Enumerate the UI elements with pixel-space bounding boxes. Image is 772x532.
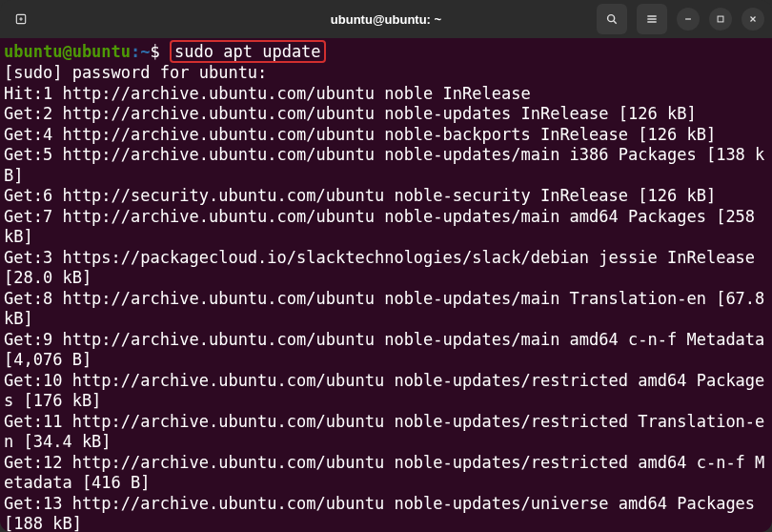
output-lines: [sudo] password for ubuntu: Hit:1 http:/…	[4, 63, 772, 532]
window-title: ubuntu@ubuntu: ~	[331, 12, 441, 27]
prompt-userhost: ubuntu@ubuntu	[4, 42, 131, 61]
command-highlight: sudo apt update	[170, 40, 326, 63]
command-text: sudo apt update	[174, 42, 321, 61]
minimize-button[interactable]	[677, 8, 700, 31]
prompt-symbol: $	[151, 42, 160, 61]
prompt-path: ~	[140, 42, 150, 61]
svg-rect-2	[718, 16, 723, 22]
titlebar: ubuntu@ubuntu: ~	[0, 0, 772, 38]
close-button[interactable]	[742, 8, 764, 31]
menu-button[interactable]	[637, 4, 667, 34]
terminal-output[interactable]: ubuntu@ubuntu:~$ sudo apt update [sudo] …	[0, 38, 772, 532]
new-tab-button[interactable]	[8, 4, 34, 34]
search-button[interactable]	[597, 4, 627, 34]
prompt-separator: :	[131, 42, 140, 61]
svg-point-1	[608, 15, 615, 22]
maximize-button[interactable]	[709, 8, 732, 31]
